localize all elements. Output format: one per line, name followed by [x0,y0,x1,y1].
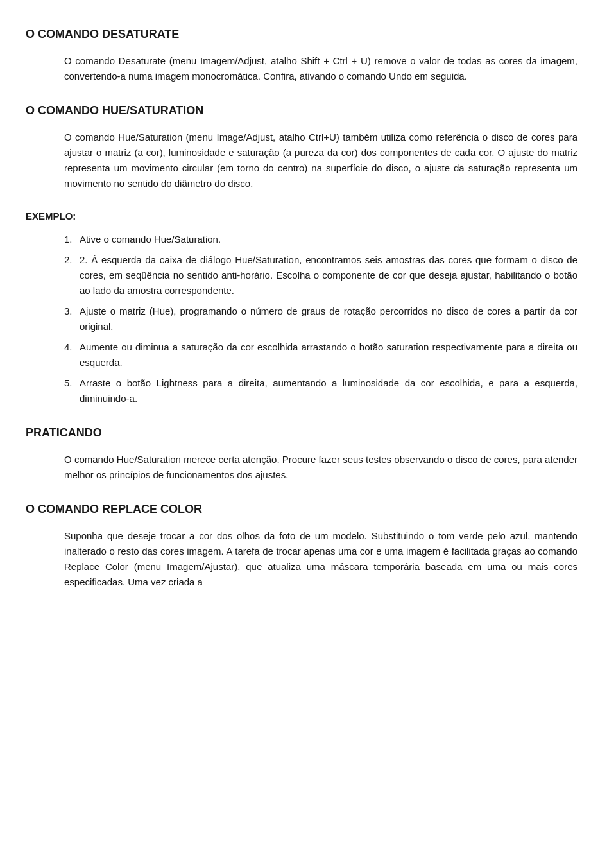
list-text-5: Arraste o botão Lightness para a direita… [80,377,578,404]
section-praticando: PRATICANDO O comando Hue/Saturation mere… [26,424,578,483]
list-item-4: 4. Aumente ou diminua a saturação da cor… [64,340,578,370]
list-num-5: 5. [64,376,73,391]
list-item-1: 1. Ative o comando Hue/Saturation. [64,232,578,247]
list-text-1: Ative o comando Hue/Saturation. [80,234,221,245]
para-replace-color-1: Suponha que deseje trocar a cor dos olho… [64,528,578,590]
section-exemplo: EXEMPLO: 1. Ative o comando Hue/Saturati… [26,209,578,406]
section-replace-color: O COMANDO REPLACE COLOR Suponha que dese… [26,501,578,590]
list-num-4: 4. [64,340,73,355]
para-hue-saturation-1: O comando Hue/Saturation (menu Image/Adj… [64,130,578,191]
title-desaturate: O COMANDO DESATURATE [26,26,578,43]
list-text-3: Ajuste o matriz (Hue), programando o núm… [80,306,578,332]
list-text-4: Aumente ou diminua a saturação da cor es… [80,341,578,368]
list-num-3: 3. [64,304,73,319]
title-praticando: PRATICANDO [26,424,578,442]
section-desaturate: O COMANDO DESATURATE O comando Desaturat… [26,26,578,84]
title-replace-color: O COMANDO REPLACE COLOR [26,501,578,518]
list-num-1: 1. [64,232,73,247]
title-hue-saturation: O COMANDO HUE/SATURATION [26,102,578,119]
exemplo-label: EXEMPLO: [26,209,578,224]
list-text-2: 2. À esquerda da caixa de diálogo Hue/Sa… [80,254,578,296]
list-item-5: 5. Arraste o botão Lightness para a dire… [64,376,578,406]
para-desaturate-1: O comando Desaturate (menu Imagem/Adjust… [64,53,578,84]
section-hue-saturation: O COMANDO HUE/SATURATION O comando Hue/S… [26,102,578,191]
para-praticando-1: O comando Hue/Saturation merece certa at… [64,452,578,483]
list-item-3: 3. Ajuste o matriz (Hue), programando o … [64,304,578,334]
list-item-2: 2. 2. À esquerda da caixa de diálogo Hue… [64,252,578,298]
list-num-2: 2. [64,252,73,268]
exemplo-list: 1. Ative o comando Hue/Saturation. 2. 2.… [64,232,578,406]
